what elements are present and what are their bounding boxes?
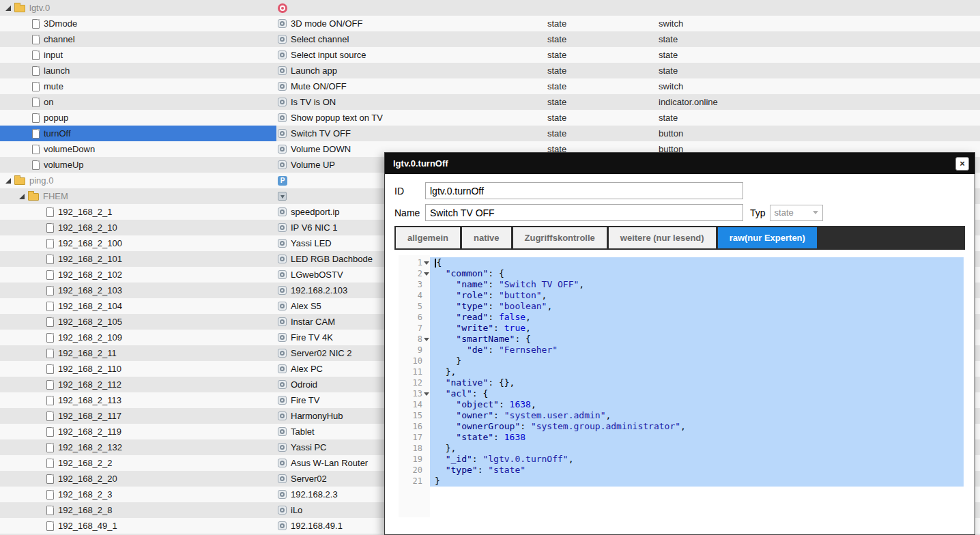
object-id: 192_168_2_113 bbox=[58, 395, 121, 405]
tree-cell[interactable]: 192_168_2_20 bbox=[0, 471, 276, 487]
tree-cell[interactable]: 192_168_2_104 bbox=[0, 298, 276, 314]
host-icon bbox=[278, 459, 287, 467]
tree-cell[interactable]: turnOff bbox=[0, 126, 276, 141]
file-icon bbox=[46, 396, 54, 405]
line-number: 15 bbox=[399, 410, 430, 421]
tree-cell[interactable]: 192_168_2_119 bbox=[0, 424, 276, 439]
tree-cell[interactable]: 192_168_2_102 bbox=[0, 267, 276, 283]
tree-cell[interactable]: 192_168_2_1 bbox=[0, 204, 276, 220]
object-name: LED RGB Dachbode bbox=[291, 254, 373, 264]
object-name: 192.168.2.3 bbox=[291, 489, 338, 500]
tree-cell[interactable]: 192_168_2_8 bbox=[0, 502, 276, 518]
json-editor[interactable]: 123456789101112131415161718192021 { "com… bbox=[399, 255, 964, 517]
table-row[interactable]: 3Dmode3D mode ON/OFFstateswitch bbox=[0, 16, 980, 31]
object-name: LGwebOSTV bbox=[291, 270, 343, 280]
tree-cell[interactable]: 3Dmode bbox=[0, 16, 276, 31]
line-number: 17 bbox=[399, 432, 430, 443]
tree-cell[interactable]: 192_168_2_110 bbox=[0, 361, 276, 377]
object-role: state bbox=[659, 47, 980, 63]
tree-cell[interactable]: volumeUp bbox=[0, 157, 276, 173]
object-edit-dialog: lgtv.0.turnOff × ID Name Typ state allge… bbox=[384, 152, 975, 535]
tree-cell[interactable]: 192_168_2_105 bbox=[0, 314, 276, 330]
table-row[interactable]: onIs TV is ONstateindicator.online bbox=[0, 94, 980, 110]
object-id: FHEM bbox=[43, 191, 68, 201]
editor-gutter: 123456789101112131415161718192021 bbox=[399, 255, 430, 517]
tree-cell[interactable]: 192_168_2_100 bbox=[0, 235, 276, 251]
tree-cell[interactable]: 192_168_2_103 bbox=[0, 283, 276, 298]
tree-cell[interactable]: 192_168_2_109 bbox=[0, 330, 276, 345]
line-number: 3 bbox=[399, 279, 430, 290]
blocked-icon bbox=[278, 3, 287, 13]
tree-cell[interactable]: 192_168_2_132 bbox=[0, 439, 276, 455]
tree-cell[interactable]: 192_168_49_1 bbox=[0, 518, 276, 534]
object-id: turnOff bbox=[44, 128, 71, 139]
object-name: Server02 NIC 2 bbox=[291, 348, 352, 358]
table-row[interactable]: inputSelect input sourcestatestate bbox=[0, 47, 980, 63]
tab-weitere-nur-lesend[interactable]: weitere (nur lesend) bbox=[609, 227, 716, 248]
close-button[interactable]: × bbox=[955, 157, 969, 171]
tree-cell[interactable]: FHEM bbox=[0, 188, 276, 204]
object-name: Fire TV bbox=[291, 395, 319, 405]
object-id: 192_168_2_104 bbox=[58, 301, 122, 311]
fold-toggle-icon[interactable] bbox=[422, 388, 430, 399]
tree-cell[interactable]: 192_168_2_11 bbox=[0, 345, 276, 361]
tree-cell[interactable]: channel bbox=[0, 31, 276, 47]
tree-cell[interactable]: on bbox=[0, 94, 276, 110]
type-select[interactable]: state bbox=[770, 205, 823, 221]
tree-cell[interactable]: launch bbox=[0, 63, 276, 78]
code-line: "common": { bbox=[435, 268, 964, 279]
fold-toggle-icon[interactable] bbox=[422, 268, 430, 279]
tree-cell[interactable]: 192_168_2_3 bbox=[0, 487, 276, 502]
id-input[interactable] bbox=[425, 182, 743, 199]
tree-cell[interactable]: 192_168_2_2 bbox=[0, 455, 276, 471]
code-line: "object": 1638, bbox=[435, 399, 964, 410]
line-number: 12 bbox=[399, 377, 430, 388]
tree-cell[interactable]: 192_168_2_112 bbox=[0, 377, 276, 392]
dialog-tabbar: allgemeinnativeZugriffskontrolleweitere … bbox=[394, 226, 965, 250]
tree-cell[interactable]: 192_168_2_10 bbox=[0, 220, 276, 235]
table-row[interactable]: muteMute ON/OFFstateswitch bbox=[0, 78, 980, 94]
table-row[interactable]: lgtv.0 bbox=[0, 0, 980, 16]
host-icon bbox=[278, 349, 287, 358]
file-icon bbox=[32, 98, 40, 107]
table-row[interactable]: launchLaunch appstatestate bbox=[0, 63, 980, 78]
tab-zugriffskontrolle[interactable]: Zugriffskontrolle bbox=[513, 227, 607, 248]
name-cell: 3D mode ON/OFF bbox=[276, 16, 546, 31]
tree-cell[interactable]: 192_168_2_113 bbox=[0, 392, 276, 408]
table-row[interactable]: popupShow popup text on TVstatestate bbox=[0, 110, 980, 126]
object-name: Is TV is ON bbox=[291, 97, 336, 107]
name-input[interactable] bbox=[425, 204, 743, 221]
tree-cell[interactable]: lgtv.0 bbox=[0, 0, 276, 16]
object-state: state bbox=[546, 31, 659, 47]
tree-cell[interactable]: 192_168_2_101 bbox=[0, 251, 276, 267]
tree-cell[interactable]: ping.0 bbox=[0, 173, 276, 188]
object-name: iLo bbox=[291, 505, 302, 515]
tree-cell[interactable]: 192_168_2_117 bbox=[0, 408, 276, 424]
object-name: Volume UP bbox=[291, 160, 335, 170]
tree-cell[interactable]: popup bbox=[0, 110, 276, 126]
code-line: "read": false, bbox=[435, 312, 964, 323]
name-cell: Select input source bbox=[276, 47, 546, 63]
tree-cell[interactable]: input bbox=[0, 47, 276, 63]
tab-allgemein[interactable]: allgemein bbox=[396, 227, 460, 248]
code-line: "native": {}, bbox=[435, 377, 964, 388]
table-row[interactable]: turnOffSwitch TV OFFstatebutton bbox=[0, 126, 980, 141]
object-state: state bbox=[546, 126, 659, 141]
fold-toggle-icon[interactable] bbox=[422, 257, 430, 268]
code-line: "acl": { bbox=[435, 388, 964, 399]
tree-cell[interactable]: mute bbox=[0, 78, 276, 94]
host-icon bbox=[278, 396, 287, 405]
table-row[interactable]: channelSelect channelstatestate bbox=[0, 31, 980, 47]
file-icon bbox=[46, 223, 54, 233]
expand-arrow-icon[interactable] bbox=[5, 178, 11, 184]
tree-cell[interactable]: volumeDown bbox=[0, 141, 276, 157]
object-id: 192_168_2_105 bbox=[58, 317, 122, 327]
host-icon bbox=[278, 286, 287, 295]
tab-raw-nur-experten[interactable]: raw(nur Experten) bbox=[718, 227, 817, 248]
object-state: state bbox=[546, 94, 659, 110]
object-role bbox=[659, 0, 980, 16]
expand-arrow-icon[interactable] bbox=[19, 194, 25, 199]
tab-native[interactable]: native bbox=[462, 227, 511, 248]
expand-arrow-icon[interactable] bbox=[5, 5, 11, 11]
fold-toggle-icon[interactable] bbox=[422, 334, 430, 345]
